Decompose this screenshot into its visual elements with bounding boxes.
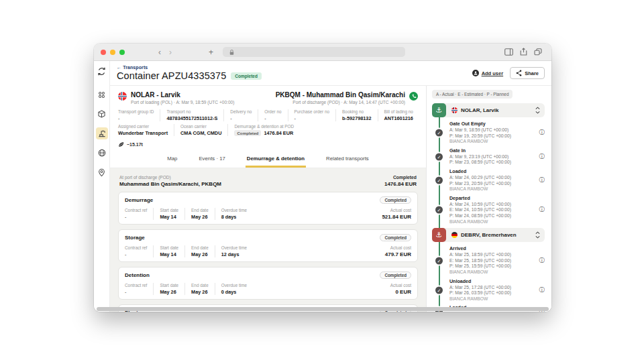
timeline-event: ✓ Gate Out Empty A: Mar 9, 18:59 (UTC +0… <box>432 121 545 145</box>
tabs: Map Events · 17 Demurrage & detention Re… <box>110 152 426 168</box>
destination-subtitle: Port of discharge (POD) · A: May 14, 14:… <box>276 100 405 105</box>
nav-locations-icon[interactable] <box>96 166 108 178</box>
event-vessel: BIANCA RAMBOW <box>449 296 535 302</box>
address-bar[interactable] <box>223 47 405 57</box>
sidebar-toggle-icon[interactable] <box>504 48 513 56</box>
card-title: Detention <box>125 272 150 278</box>
desktop-background: ‹ › + <box>0 0 644 362</box>
app-header: ← Transports Container APZU4335375 Compl… <box>110 61 551 85</box>
location-group-header[interactable]: ⚓ NOLAR, Larvik <box>432 103 545 117</box>
detail-label: Overdue time <box>221 283 247 288</box>
detail-label: Transport group ID <box>118 109 154 114</box>
detail-label: End date <box>191 283 209 288</box>
collapse-icon[interactable] <box>535 107 541 114</box>
pod-status: Completed <box>384 175 417 180</box>
detail-field: Overdue time 8 days <box>215 208 253 220</box>
tab-related-transports[interactable]: Related transports <box>325 152 370 168</box>
demurrage-detention-panel: At port of discharge (POD) Muhammad Bin … <box>110 168 426 312</box>
details-row-1: Transport group ID - Transport no 487834… <box>118 109 418 121</box>
horizontal-scrollbar[interactable] <box>97 307 549 311</box>
info-icon[interactable]: ⓘ <box>539 257 545 265</box>
tab-map[interactable]: Map <box>166 152 178 168</box>
detail-label: Ocean carrier <box>180 124 221 129</box>
tab-events[interactable]: Events · 17 <box>197 152 226 168</box>
event-title: Unloaded <box>449 279 535 284</box>
browser-window: ‹ › + <box>94 44 551 312</box>
timeline-group: ⚓ NOLAR, Larvik ✓ Gate Out Empty A: Mar … <box>432 103 545 225</box>
app-logo <box>96 65 108 77</box>
transport-content: NOLAR - Larvik Port of loading (POL) · A… <box>110 86 427 312</box>
browser-titlebar: ‹ › + <box>94 44 551 61</box>
nav-global-icon[interactable] <box>96 147 108 159</box>
detail-field: Ocean carrier CMA CGM, CMDU <box>174 124 227 136</box>
event-time-line: E: Mar 25, 18:59 (UTC +00:00) <box>449 258 535 264</box>
whatsapp-contact-icon[interactable] <box>409 92 418 101</box>
card-fields: Contract ref - Start date May 14 End dat… <box>125 208 253 220</box>
detail-label: Booking no <box>342 109 371 114</box>
browser-share-icon[interactable] <box>520 48 527 56</box>
event-time-line: E: Mar 24, 10:59 (UTC +00:00) <box>449 207 535 213</box>
app-left-rail <box>94 61 110 312</box>
lock-icon <box>229 49 235 56</box>
collapse-icon[interactable] <box>535 231 541 239</box>
group-events: ✓ Arrived A: Mar 25, 18:59 (UTC +00:00)E… <box>432 246 545 312</box>
actual-cost-label: Actual cost <box>385 245 411 250</box>
detail-label: Contract ref <box>125 283 147 288</box>
event-check-icon: ✓ <box>435 153 443 160</box>
event-time-line: A: Apr 6, 09:22 (UTC +00:00) <box>449 311 535 312</box>
share-icon <box>516 70 522 76</box>
actual-cost-value: 521.84 EUR <box>382 214 411 220</box>
nav-ports-icon[interactable] <box>96 127 108 139</box>
detail-label: Overdue time <box>221 245 247 250</box>
share-button[interactable]: Share <box>510 67 545 79</box>
detail-value: ANT1601216 <box>384 115 413 121</box>
event-time-line: P: Mar 24, 08:59 (UTC +00:00) <box>449 213 535 219</box>
close-window-button[interactable] <box>101 50 106 55</box>
info-icon[interactable]: ⓘ <box>539 153 545 161</box>
status-badge: Completed <box>231 72 262 80</box>
nav-dashboard-icon[interactable] <box>96 88 108 101</box>
actual-cost-value: 0 EUR <box>390 289 411 295</box>
tab-demurrage-detention[interactable]: Demurrage & detention <box>246 152 306 168</box>
detail-label: Contract ref <box>125 245 147 250</box>
event-vessel: BIANCA RAMBOW <box>449 269 535 276</box>
detail-label: End date <box>191 245 209 250</box>
info-icon[interactable]: ⓘ <box>539 286 545 294</box>
event-time-line: A: Mar 25, 18:59 (UTC +00:00) <box>449 252 535 258</box>
browser-forward-button[interactable]: › <box>169 48 172 56</box>
add-user-button[interactable]: Add user <box>472 70 504 76</box>
timeline-event: ✓ Loaded A: Mar 24, 00:29 (UTC +00:00)P:… <box>432 169 545 192</box>
zoom-window-button[interactable] <box>119 50 125 55</box>
origin-name: NOLAR - Larvik <box>131 91 234 99</box>
event-check-icon: ✓ <box>435 129 443 137</box>
anchor-icon: ⚓ <box>432 103 446 117</box>
new-tab-button[interactable]: + <box>209 48 213 57</box>
detail-label: Bill of lading no <box>384 109 413 114</box>
transport-details: Transport group ID - Transport no 487834… <box>110 108 426 139</box>
detail-label: Assigned carrier <box>118 124 168 129</box>
detail-field: Overdue time 12 days <box>215 245 253 257</box>
card-status-badge: Completed <box>380 234 411 241</box>
detail-field: Booking no b-592798132 <box>335 109 377 121</box>
breadcrumb[interactable]: ← Transports <box>117 65 262 70</box>
event-vessel: BIANCA RAMBOW <box>449 139 535 145</box>
event-time-line: P: Mar 25, 15:59 (UTC +00:00) <box>449 263 535 269</box>
location-group-header[interactable]: ⚓ DEBRV, Bremerhaven <box>432 228 545 242</box>
timeline-legend: A - Actual · E - Estimated · P - Planned <box>432 90 513 99</box>
tab-overview-icon[interactable] <box>534 48 542 56</box>
info-icon[interactable]: ⓘ <box>539 129 545 137</box>
back-arrow-icon: ← <box>117 65 121 70</box>
timeline-group: ⚓ DEBRV, Bremerhaven ✓ Arrived A: Mar 25… <box>432 228 545 312</box>
detail-field: Contract ref - <box>125 283 153 295</box>
event-vessel: BIANCA RAMBOW <box>449 219 535 225</box>
detail-value: - <box>230 115 252 121</box>
browser-back-button[interactable]: ‹ <box>158 48 161 56</box>
detail-value: May 26 <box>191 214 209 220</box>
event-times: A: Mar 9, 23:19 (UTC +00:00)P: Mar 23, 0… <box>449 154 535 166</box>
info-icon[interactable]: ⓘ <box>539 206 545 214</box>
group-events: ✓ Gate Out Empty A: Mar 9, 18:59 (UTC +0… <box>432 121 545 225</box>
nav-shipments-icon[interactable] <box>96 108 108 120</box>
minimize-window-button[interactable] <box>110 50 115 55</box>
traffic-lights <box>101 50 125 55</box>
info-icon[interactable]: ⓘ <box>539 176 545 184</box>
